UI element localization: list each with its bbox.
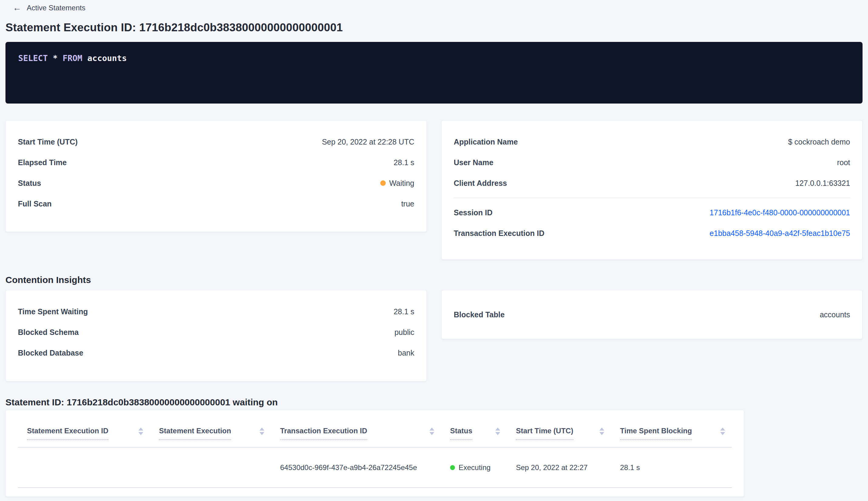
sql-star: * — [53, 53, 58, 63]
application-name-row: Application Name $ cockroach demo — [454, 131, 850, 152]
waiting-on-table-card: Statement Execution ID Statement Executi… — [6, 410, 744, 497]
blocked-table-card: Blocked Table accounts — [441, 290, 862, 339]
sort-icon[interactable] — [599, 427, 604, 435]
column-label: Start Time (UTC) — [516, 427, 573, 440]
session-id-row: Session ID 1716b1f6-4e0c-f480-0000-00000… — [454, 202, 850, 223]
client-address-row: Client Address 127.0.0.1:63321 — [454, 173, 850, 193]
blocked-schema-value: public — [394, 328, 414, 337]
cell-status-value: Executing — [458, 463, 490, 472]
cell-time-spent-blocking: 28.1 s — [611, 447, 732, 488]
blocked-table-value: accounts — [820, 310, 850, 319]
cell-status: Executing — [441, 447, 507, 488]
blocked-database-row: Blocked Database bank — [18, 342, 414, 363]
blocked-database-label: Blocked Database — [18, 349, 83, 358]
table-row: 64530d0c-969f-437e-a9b4-26a72245e45e Exe… — [18, 447, 732, 488]
column-header-statement-execution-id[interactable]: Statement Execution ID — [18, 410, 150, 447]
table-header-row: Statement Execution ID Statement Executi… — [18, 410, 732, 447]
back-arrow-icon: ← — [13, 4, 21, 12]
time-spent-waiting-label: Time Spent Waiting — [18, 307, 88, 316]
transaction-execution-id-row: Transaction Execution ID e1bba458-5948-4… — [454, 223, 850, 244]
waiting-on-table: Statement Execution ID Statement Executi… — [18, 410, 732, 488]
cell-statement-execution — [150, 447, 271, 488]
application-name-label: Application Name — [454, 138, 518, 146]
sort-icon[interactable] — [720, 427, 725, 435]
user-name-label: User Name — [454, 158, 493, 167]
time-spent-waiting-row: Time Spent Waiting 28.1 s — [18, 301, 414, 322]
waiting-status-dot-icon — [380, 180, 386, 186]
cell-statement-execution-id — [18, 447, 150, 488]
user-name-value: root — [837, 158, 850, 167]
blocked-table-label: Blocked Table — [454, 310, 505, 319]
full-scan-row: Full Scan true — [18, 193, 414, 214]
sort-icon[interactable] — [260, 427, 264, 435]
contention-details-card: Time Spent Waiting 28.1 s Blocked Schema… — [6, 290, 427, 381]
column-label: Statement Execution ID — [27, 427, 108, 440]
column-header-transaction-execution-id[interactable]: Transaction Execution ID — [271, 410, 441, 447]
sql-statement-box: SELECT * FROM accounts — [6, 42, 862, 104]
back-link-label: Active Statements — [27, 4, 85, 12]
contention-insights-heading: Contention Insights — [6, 275, 862, 285]
back-link-active-statements[interactable]: ← Active Statements — [13, 4, 85, 12]
waiting-on-heading: Statement ID: 1716b218dc0b38380000000000… — [6, 397, 862, 407]
sql-table-name: accounts — [87, 53, 127, 63]
statement-execution-page: ← Active Statements Statement Execution … — [0, 4, 868, 497]
session-card: Application Name $ cockroach demo User N… — [441, 120, 862, 259]
status-value: Waiting — [389, 179, 414, 188]
executing-status-dot-icon — [450, 465, 455, 470]
column-header-time-spent-blocking[interactable]: Time Spent Blocking — [611, 410, 732, 447]
elapsed-time-label: Elapsed Time — [18, 158, 67, 167]
start-time-row: Start Time (UTC) Sep 20, 2022 at 22:28 U… — [18, 131, 414, 152]
sort-icon[interactable] — [138, 427, 143, 435]
overview-card: Start Time (UTC) Sep 20, 2022 at 22:28 U… — [6, 120, 427, 232]
sort-icon[interactable] — [430, 427, 434, 435]
start-time-value: Sep 20, 2022 at 22:28 UTC — [322, 138, 414, 146]
sql-keyword-from: FROM — [63, 53, 82, 63]
client-address-value: 127.0.0.1:63321 — [795, 179, 850, 188]
full-scan-value: true — [401, 200, 414, 208]
session-id-link[interactable]: 1716b1f6-4e0c-f480-0000-000000000001 — [709, 208, 850, 217]
elapsed-time-row: Elapsed Time 28.1 s — [18, 152, 414, 173]
blocked-database-value: bank — [398, 349, 414, 358]
full-scan-label: Full Scan — [18, 200, 52, 208]
sql-keyword-select: SELECT — [18, 53, 48, 63]
column-header-statement-execution[interactable]: Statement Execution — [150, 410, 271, 447]
session-id-label: Session ID — [454, 208, 492, 217]
column-label: Status — [450, 427, 472, 440]
blocked-schema-label: Blocked Schema — [18, 328, 79, 337]
elapsed-time-value: 28.1 s — [394, 158, 414, 167]
user-name-row: User Name root — [454, 152, 850, 173]
status-label: Status — [18, 179, 41, 188]
column-label: Statement Execution — [159, 427, 231, 440]
application-name-value: $ cockroach demo — [788, 138, 850, 146]
column-header-status[interactable]: Status — [441, 410, 507, 447]
transaction-execution-id-link[interactable]: e1bba458-5948-40a9-a42f-5feac1b10e75 — [709, 229, 850, 238]
blocked-schema-row: Blocked Schema public — [18, 322, 414, 342]
column-header-start-time[interactable]: Start Time (UTC) — [507, 410, 611, 447]
cell-start-time: Sep 20, 2022 at 22:27 — [507, 447, 611, 488]
start-time-label: Start Time (UTC) — [18, 138, 78, 146]
column-label: Transaction Execution ID — [280, 427, 367, 440]
cell-transaction-execution-id: 64530d0c-969f-437e-a9b4-26a72245e45e — [271, 447, 441, 488]
status-row: Status Waiting — [18, 173, 414, 193]
client-address-label: Client Address — [454, 179, 507, 188]
session-card-divider — [454, 198, 850, 198]
blocked-table-row: Blocked Table accounts — [454, 304, 850, 325]
transaction-execution-id-label: Transaction Execution ID — [454, 229, 544, 238]
page-title: Statement Execution ID: 1716b218dc0b3838… — [6, 21, 862, 34]
column-label: Time Spent Blocking — [620, 427, 692, 440]
sort-icon[interactable] — [495, 427, 500, 435]
time-spent-waiting-value: 28.1 s — [394, 307, 414, 316]
